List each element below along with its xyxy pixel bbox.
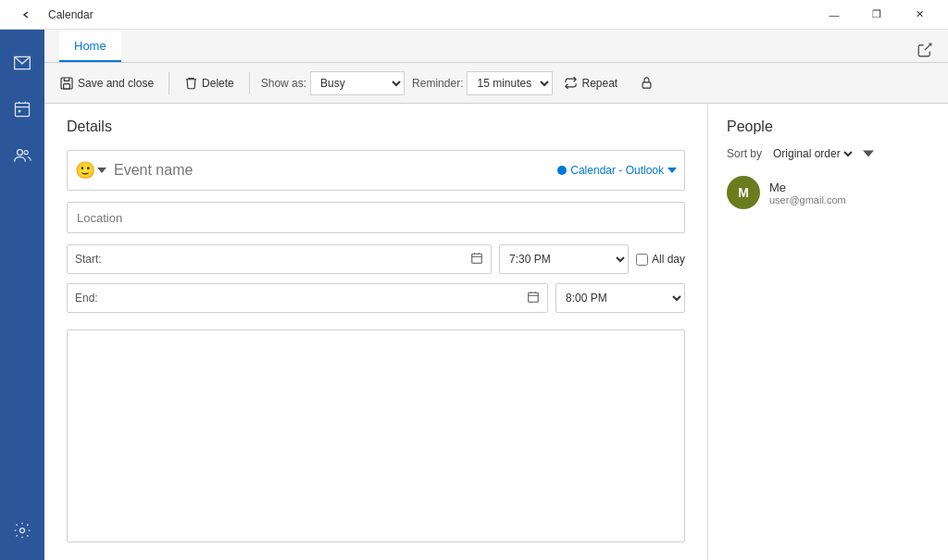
repeat-button[interactable]: Repeat: [556, 68, 625, 98]
details-title: Details: [67, 118, 685, 135]
save-icon: [59, 76, 74, 91]
content-area: Home Save and close: [44, 30, 948, 560]
app-title: Calendar: [48, 8, 94, 21]
sidebar-bottom: [0, 508, 44, 560]
allday-row: All day: [636, 253, 685, 266]
start-time-select[interactable]: 7:00 PM 7:30 PM 8:00 PM 8:30 PM 9:00 PM: [499, 244, 629, 274]
lock-button[interactable]: [632, 68, 661, 98]
reminder-select[interactable]: 15 minutes 5 minutes 30 minutes 1 hour N…: [467, 71, 553, 95]
end-datetime-row: End: April 01, 2018 7:30 PM 8:00 PM 8:30: [67, 283, 685, 313]
avatar: M: [727, 176, 760, 209]
event-name-row: 🙂 Calendar - Outlook: [67, 150, 685, 191]
person-info: Me user@gmail.com: [769, 180, 846, 205]
back-button[interactable]: [11, 0, 41, 30]
svg-rect-5: [61, 78, 72, 89]
person-row: M Me user@gmail.com: [727, 176, 929, 209]
delete-icon: [184, 76, 198, 90]
show-as-select[interactable]: Busy Free Tentative Out of Office: [310, 71, 405, 95]
lock-icon: [640, 76, 654, 90]
end-date-field: End: April 01, 2018: [67, 283, 548, 313]
emoji-picker[interactable]: 🙂: [75, 160, 106, 180]
start-date-field: Start: April 01, 2018: [67, 244, 492, 274]
sidebar-item-people[interactable]: [0, 133, 44, 178]
notes-textarea[interactable]: [67, 330, 685, 542]
svg-rect-6: [64, 83, 70, 88]
sort-row: Sort by Original order Display name Firs…: [727, 146, 929, 161]
title-bar: Calendar — ❐ ✕: [0, 0, 948, 30]
show-as-label: Show as:: [261, 77, 306, 90]
tab-home[interactable]: Home: [59, 31, 121, 62]
sidebar-item-settings[interactable]: [0, 508, 44, 553]
start-calendar-icon[interactable]: [470, 252, 483, 268]
start-date-input[interactable]: April 01, 2018: [109, 253, 467, 266]
delete-label: Delete: [202, 77, 234, 90]
sort-by-label: Sort by: [727, 147, 762, 160]
svg-point-3: [24, 151, 28, 155]
tabs-bar: Home: [44, 30, 948, 63]
location-input[interactable]: [67, 202, 685, 233]
end-date-input[interactable]: April 01, 2018: [106, 292, 523, 305]
svg-rect-1: [19, 110, 20, 113]
repeat-label: Repeat: [581, 77, 617, 90]
end-time-select[interactable]: 7:30 PM 8:00 PM 8:30 PM 9:00 PM: [555, 283, 685, 313]
save-close-label: Save and close: [78, 77, 154, 90]
people-panel: People Sort by Original order Display na…: [707, 104, 948, 560]
chevron-down-icon: [97, 166, 106, 175]
end-label: End:: [75, 292, 98, 305]
svg-rect-0: [16, 103, 30, 116]
window-controls: — ❐ ✕: [813, 0, 941, 30]
calendar-label: Calendar - Outlook: [570, 164, 664, 177]
toolbar: Save and close Delete Show as: Busy Free…: [44, 63, 948, 104]
popout-icon[interactable]: [917, 42, 933, 62]
sidebar-top: [0, 37, 44, 508]
sort-chevron-icon: [863, 148, 874, 159]
start-datetime-row: Start: April 01, 2018 7:00 PM 7:30 PM 8:: [67, 244, 685, 274]
person-name: Me: [769, 180, 846, 194]
reminder-label: Reminder:: [412, 77, 463, 90]
sidebar: [0, 30, 44, 560]
toolbar-separator-1: [168, 72, 169, 94]
allday-label: All day: [652, 253, 685, 266]
close-button[interactable]: ✕: [898, 0, 941, 30]
sidebar-item-mail[interactable]: [0, 41, 44, 85]
svg-point-2: [18, 150, 23, 156]
restore-button[interactable]: ❐: [855, 0, 898, 30]
main-content: Details 🙂 Calendar - Outlook: [44, 104, 948, 560]
svg-point-4: [20, 529, 25, 533]
smiley-icon: 🙂: [75, 160, 95, 180]
start-label: Start:: [75, 253, 102, 266]
svg-rect-9: [529, 292, 539, 302]
sidebar-item-calendar[interactable]: [0, 87, 44, 131]
calendar-dot: [557, 166, 567, 175]
svg-rect-7: [642, 82, 651, 88]
svg-rect-8: [472, 254, 482, 263]
event-name-input[interactable]: [114, 162, 557, 179]
end-calendar-icon[interactable]: [527, 291, 540, 306]
calendar-selector[interactable]: Calendar - Outlook: [557, 164, 677, 177]
save-close-button[interactable]: Save and close: [52, 68, 161, 98]
app-container: Home Save and close: [0, 30, 948, 560]
toolbar-separator-2: [249, 72, 250, 94]
people-title: People: [727, 118, 929, 135]
allday-checkbox[interactable]: [636, 254, 648, 266]
minimize-button[interactable]: —: [813, 0, 855, 30]
person-email: user@gmail.com: [769, 194, 846, 205]
repeat-icon: [564, 76, 578, 90]
calendar-chevron-icon: [667, 166, 677, 175]
details-panel: Details 🙂 Calendar - Outlook: [44, 104, 707, 560]
sort-select[interactable]: Original order Display name First name L…: [769, 146, 855, 161]
delete-button[interactable]: Delete: [177, 68, 242, 98]
